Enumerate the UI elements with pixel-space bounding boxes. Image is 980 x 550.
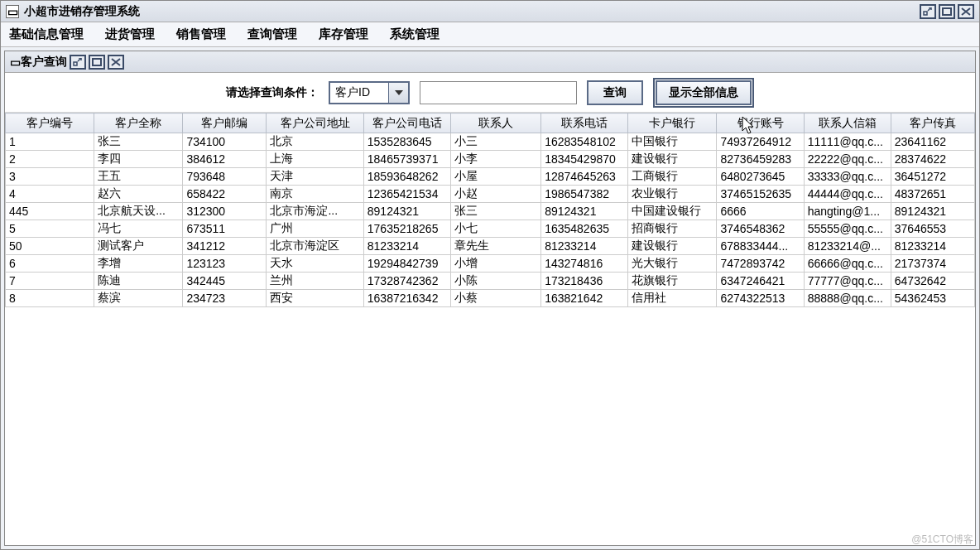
table-cell: 6480273645	[717, 168, 804, 186]
table-header-4[interactable]: 客户公司电话	[363, 113, 450, 133]
table-header-3[interactable]: 客户公司地址	[267, 113, 363, 133]
table-header-8[interactable]: 银行账号	[717, 113, 804, 133]
table-cell: 66666@qq.c...	[804, 255, 891, 273]
table-cell: 18593648262	[363, 168, 450, 186]
table-header-6[interactable]: 联系电话	[541, 113, 628, 133]
table-cell: 冯七	[94, 220, 183, 238]
table-cell: 18345429870	[541, 151, 628, 168]
show-all-button[interactable]: 显示全部信息	[656, 80, 752, 105]
svg-rect-3	[93, 59, 101, 65]
table-row[interactable]: 5冯七673511广州17635218265小七1635482635招商银行37…	[6, 220, 975, 238]
table-cell: 384612	[183, 151, 267, 168]
query-button[interactable]: 查询	[587, 80, 643, 105]
table-cell: 建设银行	[628, 151, 717, 168]
table-cell: 1535283645	[363, 133, 450, 151]
table-cell: 81233214	[541, 238, 628, 255]
table-cell: 123123	[183, 255, 267, 273]
table-cell: 36451272	[891, 168, 974, 186]
table-cell: 678833444...	[717, 238, 804, 255]
table-cell: 2	[6, 151, 94, 168]
table-row[interactable]: 1张三734100北京1535283645小三16283548102中国银行74…	[6, 133, 975, 151]
menu-item-0[interactable]: 基础信息管理	[6, 25, 87, 44]
table-cell: 16387216342	[363, 290, 450, 307]
menu-item-5[interactable]: 系统管理	[387, 25, 443, 44]
table-cell: 33333@qq.c...	[804, 168, 891, 186]
inner-title: 客户查询	[21, 55, 67, 70]
svg-rect-1	[943, 8, 951, 15]
table-cell: 章先生	[450, 238, 540, 255]
table-cell: 1	[6, 133, 94, 151]
app-title: 小超市进销存管理系统	[24, 4, 140, 19]
table-cell: 1986547382	[541, 186, 628, 203]
table-header-7[interactable]: 卡户银行	[628, 113, 717, 133]
table-row[interactable]: 6李增123123天水19294842739小增143274816光大银行747…	[6, 255, 975, 273]
table-row[interactable]: 7陈迪342445兰州17328742362小陈173218436花旗银行634…	[6, 273, 975, 290]
table-cell: 23641162	[891, 133, 974, 151]
table-cell: 658422	[183, 186, 267, 203]
maximize-button[interactable]	[939, 4, 955, 19]
table-cell: 北京航天设...	[94, 203, 183, 220]
table-cell: 7	[6, 273, 94, 290]
table-cell: 4	[6, 186, 94, 203]
table-cell: 农业银行	[628, 186, 717, 203]
inner-icon: ▭	[10, 55, 21, 69]
menu-item-3[interactable]: 查询管理	[244, 25, 300, 44]
table-row[interactable]: 8蔡滨234723西安16387216342小蔡163821642信用社6274…	[6, 290, 975, 307]
table-cell: 12874645263	[541, 168, 628, 186]
table-cell: 李增	[94, 255, 183, 273]
table-container[interactable]: 客户编号客户全称客户邮编客户公司地址客户公司电话联系人联系电话卡户银行银行账号联…	[5, 113, 975, 545]
search-label: 请选择查询条件：	[226, 85, 319, 100]
table-cell: 734100	[183, 133, 267, 151]
menu-item-4[interactable]: 库存管理	[315, 25, 372, 44]
menu-item-1[interactable]: 进货管理	[102, 25, 158, 44]
table-header-2[interactable]: 客户邮编	[183, 113, 267, 133]
inner-window: ▭ 客户查询 请选择查询条件： 客户ID 查询 显示全部信息	[4, 51, 976, 546]
table-header-9[interactable]: 联系人信箱	[804, 113, 891, 133]
search-field-combo[interactable]: 客户ID	[329, 81, 410, 104]
table-cell: 18465739371	[363, 151, 450, 168]
table-cell: 11111@qq.c...	[804, 133, 891, 151]
table-row[interactable]: 3王五793648天津18593648262小屋12874645263工商银行6…	[6, 168, 975, 186]
menu-item-2[interactable]: 销售管理	[173, 25, 229, 44]
table-row[interactable]: 50测试客户341212北京市海淀区81233214章先生81233214建设银…	[6, 238, 975, 255]
table-cell: 19294842739	[363, 255, 450, 273]
table-cell: 445	[6, 203, 94, 220]
table-cell: 张三	[450, 203, 540, 220]
table-cell: 北京市海淀...	[267, 203, 363, 220]
watermark: @51CTO博客	[911, 533, 973, 547]
table-cell: 81233214	[363, 238, 450, 255]
table-header-1[interactable]: 客户全称	[94, 113, 183, 133]
inner-minimize-button[interactable]	[70, 55, 86, 70]
table-header-5[interactable]: 联系人	[450, 113, 540, 133]
table-cell: 143274816	[541, 255, 628, 273]
table-row[interactable]: 2李四384612上海18465739371小李18345429870建设银行8…	[6, 151, 975, 168]
inner-close-button[interactable]	[108, 55, 124, 70]
table-cell: 光大银行	[628, 255, 717, 273]
close-button[interactable]	[958, 4, 974, 19]
table-cell: 81233214@...	[804, 238, 891, 255]
minimize-button[interactable]	[920, 4, 936, 19]
app-icon: ▭	[6, 5, 19, 18]
chevron-down-icon	[395, 90, 403, 95]
table-cell: 小赵	[450, 186, 540, 203]
customer-table: 客户编号客户全称客户邮编客户公司地址客户公司电话联系人联系电话卡户银行银行账号联…	[5, 113, 975, 307]
table-cell: 55555@qq.c...	[804, 220, 891, 238]
table-cell: 小增	[450, 255, 540, 273]
table-row[interactable]: 4赵六658422南京12365421534小赵1986547382农业银行37…	[6, 186, 975, 203]
table-cell: 广州	[267, 220, 363, 238]
table-cell: 312300	[183, 203, 267, 220]
table-cell: 44444@qq.c...	[804, 186, 891, 203]
combo-dropdown-button[interactable]	[388, 83, 408, 103]
table-cell: 小蔡	[450, 290, 540, 307]
table-header-0[interactable]: 客户编号	[6, 113, 94, 133]
table-header-row: 客户编号客户全称客户邮编客户公司地址客户公司电话联系人联系电话卡户银行银行账号联…	[6, 113, 975, 133]
table-cell: 16283548102	[541, 133, 628, 151]
table-cell: 李四	[94, 151, 183, 168]
table-row[interactable]: 445北京航天设...312300北京市海淀...89124321张三89124…	[6, 203, 975, 220]
search-input[interactable]	[420, 81, 577, 104]
table-cell: 张三	[94, 133, 183, 151]
inner-maximize-button[interactable]	[89, 55, 105, 70]
table-header-10[interactable]: 客户传真	[891, 113, 974, 133]
svg-rect-0	[924, 12, 927, 15]
table-cell: 花旗银行	[628, 273, 717, 290]
